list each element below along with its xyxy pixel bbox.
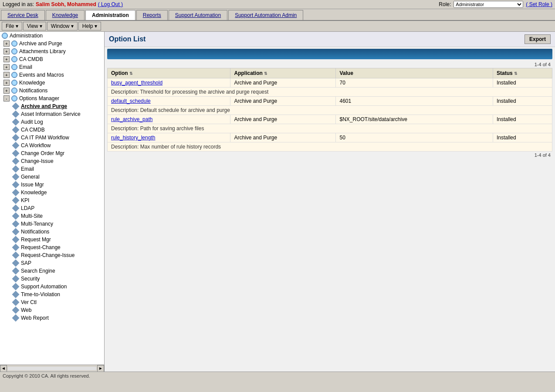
sidebar-item-web[interactable]: Web (0, 306, 104, 314)
expand-icon-7[interactable]: + (3, 80, 10, 86)
header-status[interactable]: Status ⇅ (493, 68, 552, 78)
expand-icon-3[interactable]: + (3, 48, 10, 54)
sidebar-item-search-engine[interactable]: Search Engine (0, 267, 104, 275)
set-role-link[interactable]: ( Set Role ) (526, 1, 552, 7)
sidebar-label-ca-it-pam: CA IT PAM Workflow (21, 135, 69, 141)
sidebar-item-sap[interactable]: SAP (0, 259, 104, 267)
option-link[interactable]: rule_archive_path (111, 116, 152, 122)
file-menu[interactable]: File ▾ (2, 22, 22, 30)
cell-application: Archive and Purge (230, 133, 336, 142)
sidebar-item-ver-ctl[interactable]: Ver Ctl (0, 298, 104, 306)
sidebar-label-ca-workflow: CA Workflow (21, 142, 51, 149)
sidebar-item-request-change-issue[interactable]: Request-Change-Issue (0, 251, 104, 259)
export-button[interactable]: Export (525, 34, 551, 44)
cell-option[interactable]: rule_history_length (108, 133, 230, 142)
sidebar-label-request-change-issue: Request-Change-Issue (21, 252, 74, 258)
option-link[interactable]: rule_history_length (111, 135, 155, 141)
sidebar-label-web-report: Web Report (21, 315, 49, 321)
sort-arrows-option[interactable]: ⇅ (129, 71, 133, 76)
cell-option[interactable]: rule_archive_path (108, 115, 230, 124)
sidebar-item-asset-info[interactable]: Asset Information Service (0, 110, 104, 118)
sidebar-item-support-automation-child[interactable]: Support Automation (0, 283, 104, 291)
cell-value: 70 (336, 78, 493, 88)
role-select[interactable]: Administrator (453, 1, 523, 8)
diamond-icon-9 (12, 166, 20, 173)
sidebar-item-time-violation[interactable]: Time-to-Violation (0, 291, 104, 298)
secondary-toolbar: File ▾ View ▾ Window ▾ Help ▾ (0, 21, 555, 32)
sidebar-item-multi-site[interactable]: Multi-Site (0, 212, 104, 220)
tab-service-desk[interactable]: Service Desk (1, 10, 45, 20)
sidebar-label-kpi: KPI (21, 197, 29, 203)
scroll-left-arrow[interactable]: ◄ (0, 365, 7, 372)
sidebar-item-general[interactable]: General (0, 173, 104, 181)
scroll-right-arrow[interactable]: ► (97, 365, 104, 372)
sidebar-item-ca-cmdb-child[interactable]: CA CMDB (0, 126, 104, 134)
sidebar-item-notifications[interactable]: + Notifications (0, 87, 104, 95)
scroll-track[interactable] (8, 367, 96, 370)
cell-value: 50 (336, 133, 493, 142)
sidebar-label-issue-mgr: Issue Mgr (21, 182, 44, 188)
diamond-icon-2 (12, 111, 20, 118)
sidebar-item-issue-mgr[interactable]: Issue Mgr (0, 181, 104, 189)
diamond-icon-26 (12, 299, 20, 306)
sidebar-item-archive-purge-child[interactable]: Archive and Purge (0, 102, 104, 110)
sidebar-item-options-manager[interactable]: - Options Manager (0, 95, 104, 102)
sidebar-item-kpi[interactable]: KPI (0, 196, 104, 204)
sidebar-item-request-change[interactable]: Request-Change (0, 243, 104, 251)
sidebar-item-attachments[interactable]: + Attachments Library (0, 47, 104, 55)
sidebar-item-audit-log[interactable]: Audit Log (0, 118, 104, 126)
header-option[interactable]: Option ⇅ (108, 68, 230, 78)
header-application[interactable]: Application ⇅ (230, 68, 336, 78)
tab-support-automation[interactable]: Support Automation (169, 10, 227, 20)
expand-icon-5[interactable]: + (3, 64, 10, 70)
expand-icon-9[interactable]: - (3, 95, 10, 101)
sidebar-label-web: Web (21, 307, 31, 313)
sidebar-label-attachments: Attachments Library (19, 48, 66, 54)
view-menu[interactable]: View ▾ (23, 22, 46, 30)
sidebar-item-ldap[interactable]: LDAP (0, 204, 104, 212)
cell-status: Installed (493, 97, 552, 106)
sidebar-item-change-order[interactable]: Change Order Mgr (0, 149, 104, 157)
sidebar-item-knowledge[interactable]: + Knowledge (0, 79, 104, 87)
sidebar-item-administration[interactable]: Administration (0, 32, 104, 40)
diamond-icon-7 (12, 150, 20, 157)
diamond-icon-27 (12, 307, 20, 314)
option-table: Option ⇅ Application ⇅ Value Status (107, 68, 552, 152)
sort-arrows-status[interactable]: ⇅ (514, 71, 518, 76)
expand-icon-6[interactable]: + (3, 72, 10, 78)
sidebar-item-web-report[interactable]: Web Report (0, 314, 104, 322)
sidebar-item-ca-it-pam[interactable]: CA IT PAM Workflow (0, 134, 104, 142)
sidebar-inner[interactable]: Administration + Archive and Purge + Att… (0, 32, 104, 365)
sidebar-item-email-child[interactable]: Email (0, 165, 104, 173)
globe-icon-7 (11, 80, 17, 86)
cell-option[interactable]: default_schedule (108, 97, 230, 106)
tab-reports[interactable]: Reports (136, 10, 168, 20)
expand-icon-4[interactable]: + (3, 56, 10, 62)
sidebar-item-archive-purge-section[interactable]: + Archive and Purge (0, 40, 104, 47)
sort-arrows-application[interactable]: ⇅ (264, 71, 267, 76)
sidebar-item-ca-workflow[interactable]: CA Workflow (0, 142, 104, 149)
tab-support-automation-admin[interactable]: Support Automation Admin (228, 10, 303, 20)
sidebar-item-knowledge-child[interactable]: Knowledge (0, 189, 104, 196)
sidebar-item-multi-tenancy[interactable]: Multi-Tenancy (0, 220, 104, 228)
help-menu[interactable]: Help ▾ (78, 22, 101, 30)
sidebar-item-request-mgr[interactable]: Request Mgr (0, 236, 104, 243)
tab-administration[interactable]: Administration (85, 10, 135, 20)
sidebar-item-email[interactable]: + Email (0, 63, 104, 71)
option-link[interactable]: default_schedule (111, 98, 151, 104)
sidebar-item-ca-cmdb[interactable]: + CA CMDB (0, 55, 104, 63)
sidebar-item-security[interactable]: Security (0, 275, 104, 283)
tab-knowledge[interactable]: Knowledge (46, 10, 85, 20)
sidebar-item-events[interactable]: + Events and Macros (0, 71, 104, 79)
logout-link[interactable]: ( Log Out ) (98, 1, 123, 7)
cell-option[interactable]: busy_agent_threshold (108, 78, 230, 88)
expand-icon[interactable]: + (3, 41, 10, 47)
table-row: default_schedule Archive and Purge 4601 … (108, 97, 552, 106)
window-menu[interactable]: Window ▾ (47, 22, 78, 30)
sidebar-horizontal-scrollbar[interactable]: ◄ ► (0, 365, 104, 372)
option-link[interactable]: busy_agent_threshold (111, 80, 162, 86)
expand-icon-8[interactable]: + (3, 88, 10, 94)
sidebar-item-notifications-child[interactable]: Notifications (0, 228, 104, 236)
sidebar-item-change-issue[interactable]: Change-Issue (0, 157, 104, 165)
diamond-icon-3 (12, 118, 20, 126)
